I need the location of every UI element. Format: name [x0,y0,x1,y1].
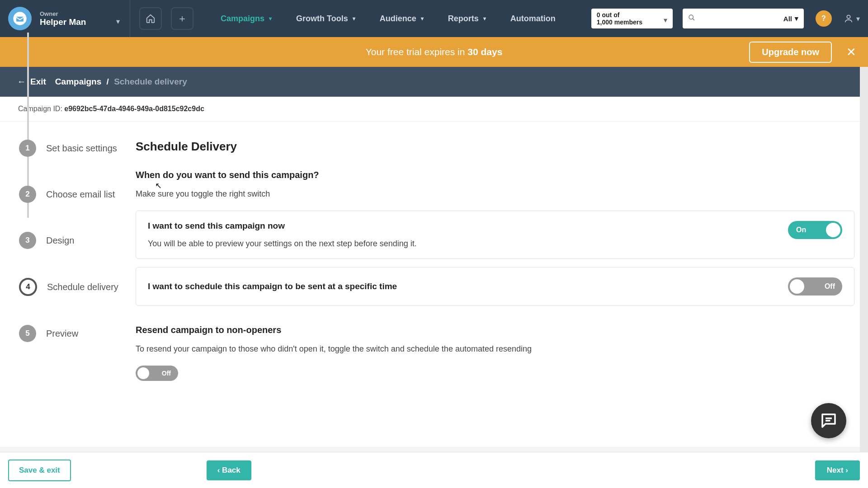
step-5[interactable]: 5 Preview [19,325,127,342]
mail-mascot-icon [13,11,27,26]
step-label: Schedule delivery [47,282,118,292]
nav-reports[interactable]: Reports▾ [438,9,496,28]
option-send-now: I want to send this campaign now You wil… [136,211,854,259]
step-2[interactable]: 2 Choose email list [19,186,127,203]
question-title: When do you want to send this campaign? [136,170,854,180]
nav-audience[interactable]: Audience▾ [370,9,434,28]
toggle-resend[interactable]: Off [136,366,178,381]
campaign-id-row: Campaign ID: e9692bc5-47da-4946-949a-0d8… [0,97,868,122]
chat-fab[interactable] [811,403,846,438]
breadcrumb-bar: ← Exit Campaigns / Schedule delivery [0,67,868,97]
user-icon [844,14,854,23]
step-4[interactable]: 4 Schedule delivery [19,278,127,296]
members-counter[interactable]: 0 out of 1,000 members ▾ [591,9,673,28]
campaign-id-value: e9692bc5-47da-4946-949a-0d815c92c9dc [64,105,204,113]
step-number: 5 [19,325,36,342]
chevron-down-icon: ▾ [353,15,355,22]
chevron-down-icon: ▾ [421,15,424,22]
home-button[interactable] [139,7,162,30]
chevron-down-icon: ▾ [483,15,486,22]
search-input[interactable] [700,15,779,22]
chevron-down-icon: ▾ [664,16,667,24]
nav-growth-tools[interactable]: Growth Tools▾ [286,9,365,28]
upgrade-button[interactable]: Upgrade now [749,42,832,63]
account-role: Owner [40,10,122,17]
option-title: I want to schedule this campaign to be s… [148,282,788,291]
account-selector[interactable]: Owner Helper Man ▾ [35,0,130,37]
back-button[interactable]: ‹ Back [207,460,251,480]
svg-line-3 [693,19,694,20]
chevron-down-icon: ▾ [856,14,860,23]
svg-point-4 [847,15,850,19]
brand-avatar[interactable] [8,7,32,30]
step-1[interactable]: 1 Set basic settings [19,140,127,157]
trial-banner: Your free trial expires in 30 days Upgra… [0,37,868,67]
breadcrumb: Campaigns / Schedule delivery [55,77,187,87]
option-desc: You will be able to preview your setting… [148,239,788,249]
option-schedule: I want to schedule this campaign to be s… [136,267,854,306]
arrow-left-icon: ← [17,77,26,87]
top-nav: Owner Helper Man ▾ ＋ Campaigns▾ Growth T… [0,0,868,37]
question-help: Make sure you toggle the right switch [136,189,854,199]
chat-icon [819,411,838,430]
option-title: I want to send this campaign now [148,221,788,231]
chevron-down-icon: ▾ [795,14,798,23]
toggle-knob [137,367,149,379]
step-number: 1 [19,140,36,157]
resend-desc: To resend your campaign to those who did… [136,344,854,354]
step-label: Choose email list [46,189,115,200]
resend-title: Resend campaign to non-openers [136,325,854,335]
help-button[interactable]: ? [816,10,832,27]
home-icon [146,14,156,23]
next-button[interactable]: Next › [815,460,860,480]
toggle-knob [790,279,804,294]
toggle-knob [826,223,840,237]
search-filter[interactable]: All ▾ [783,14,798,23]
footer: Save & exit ‹ Back Next › [0,452,868,488]
create-button[interactable]: ＋ [171,7,193,30]
chevron-down-icon: ▾ [269,15,272,22]
stepper: 1 Set basic settings 2 Choose email list… [0,122,136,447]
main-area: 1 Set basic settings 2 Choose email list… [0,122,868,447]
nav-campaigns[interactable]: Campaigns▾ [211,9,282,28]
question-icon: ? [821,14,826,23]
account-name: Helper Man [40,17,122,27]
page-title: Schedule Delivery [136,140,854,154]
search-box[interactable]: All ▾ [683,9,804,28]
toggle-send-now[interactable]: On [788,221,842,239]
members-line1: 0 out of [597,11,655,19]
step-number: 2 [19,186,36,203]
step-number: 4 [19,278,37,296]
svg-point-2 [689,15,693,19]
nav-automation[interactable]: Automation [500,9,566,28]
breadcrumb-root[interactable]: Campaigns [55,77,101,86]
save-exit-button[interactable]: Save & exit [8,460,71,481]
step-label: Preview [46,328,78,339]
step-3[interactable]: 3 Design [19,232,127,249]
nav-links: Campaigns▾ Growth Tools▾ Audience▾ Repor… [211,9,566,28]
user-menu[interactable]: ▾ [844,14,860,23]
step-label: Design [46,235,74,246]
step-number: 3 [19,232,36,249]
plus-icon: ＋ [177,12,187,25]
close-icon[interactable]: ✕ [846,45,856,59]
breadcrumb-current: Schedule delivery [114,77,187,86]
search-icon [688,14,695,23]
svg-rect-1 [16,17,24,22]
content: Schedule Delivery When do you want to se… [136,122,868,447]
step-label: Set basic settings [46,143,117,154]
members-line2: 1,000 members [597,19,655,26]
toggle-schedule[interactable]: Off [788,277,842,296]
exit-link[interactable]: ← Exit [17,77,46,87]
trial-text: Your free trial expires in 30 days [366,47,503,57]
chevron-down-icon: ▾ [116,17,120,26]
